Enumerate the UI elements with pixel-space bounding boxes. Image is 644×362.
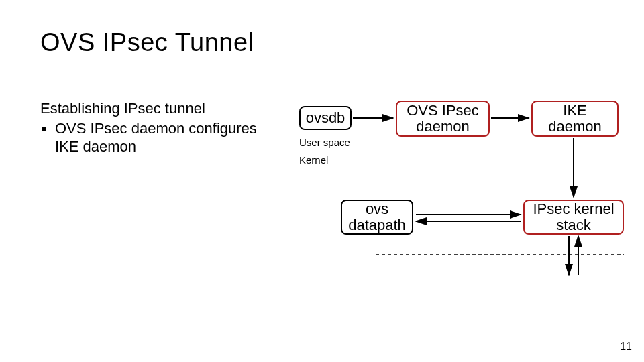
box-ovs-ipsec-daemon: OVS IPsec daemon [396,101,490,137]
label-user-space: User space [299,137,350,148]
box-ovs-datapath: ovs datapath [341,200,413,235]
page-number: 11 [620,341,632,353]
label-kernel: Kernel [299,154,328,166]
divider-kernel-lower [40,255,376,255]
body-text: Establishing IPsec tunnel OVS IPsec daem… [40,99,282,156]
divider-user-kernel [299,152,624,152]
bullet-item: OVS IPsec daemon configures IKE daemon [55,119,282,156]
box-ipsec-kernel-stack: IPsec kernel stack [523,200,624,235]
slide: OVS IPsec Tunnel Establishing IPsec tunn… [0,0,644,362]
box-ovsdb: ovsdb [299,106,352,130]
bullet-list: OVS IPsec daemon configures IKE daemon [40,119,282,156]
box-ike-daemon: IKE daemon [531,101,619,137]
subtitle: Establishing IPsec tunnel [40,99,282,118]
slide-title: OVS IPsec Tunnel [40,28,254,57]
